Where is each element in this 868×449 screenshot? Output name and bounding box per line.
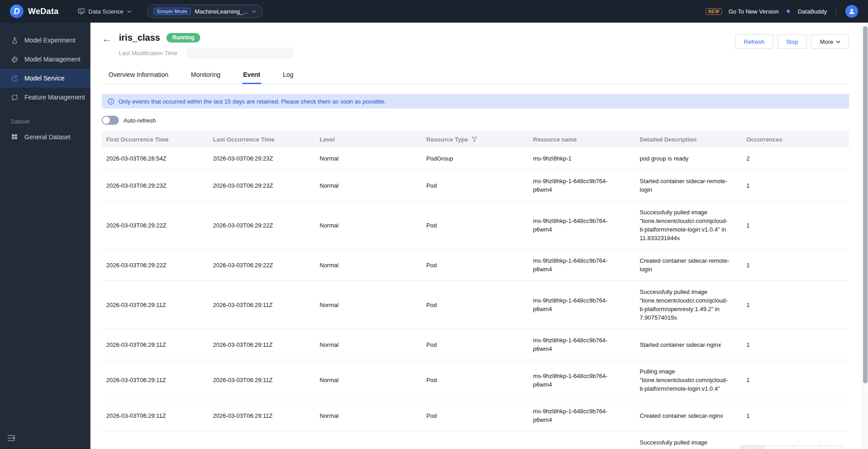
cell-occurrences: 1 (742, 334, 849, 356)
experiment-flask-icon (11, 37, 19, 44)
table-row: 2026-03-03T06:29:11Z2026-03-03T06:29:11Z… (102, 329, 849, 360)
cell-level: Normal (315, 369, 422, 391)
column-header-last-occurrence: Last Occurrence Time (208, 136, 315, 143)
brand-name: WeData (28, 7, 59, 16)
grid-icon (11, 133, 19, 141)
table-row: 2026-03-03T06:26:54Z2026-03-03T06:29:23Z… (102, 147, 849, 170)
cell-first-occurrence-time: 2026-03-03T06:29:22Z (102, 254, 208, 276)
cell-resource-type: Pod (422, 405, 528, 427)
sidebar-item-model-service[interactable]: Model Service (0, 69, 90, 88)
cell-level: Normal (315, 254, 422, 276)
table-row: 2026-03-03T06:29:22Z2026-03-03T06:29:22Z… (102, 201, 849, 250)
retention-info-banner: Only events that occurred within the las… (102, 94, 849, 109)
top-bar: D WeData Data Science Simple Mode Machin… (0, 0, 868, 23)
cell-resource-type: Pod (422, 369, 528, 391)
banner-text: Only events that occurred within the las… (118, 98, 386, 105)
pagination-prev-button[interactable] (741, 445, 753, 449)
last-modification-label: Last Modification Time (119, 50, 177, 57)
column-header-level: Level (315, 136, 422, 143)
cell-first-occurrence-time: 2026-03-03T06:29:11Z (102, 334, 208, 356)
sidebar-item-label: General Dataset (24, 133, 71, 141)
scrollbar-thumb[interactable] (863, 26, 868, 383)
table-header-row: First Occurrence Time Last Occurrence Ti… (102, 131, 849, 147)
mode-badge: Simple Mode (154, 8, 191, 15)
event-table: First Occurrence Time Last Occurrence Ti… (102, 131, 849, 449)
cell-detailed-description: Successfully pulled image "tione.tencent… (635, 281, 742, 329)
more-button[interactable]: More (811, 34, 849, 49)
sidebar-item-label: Model Experiment (24, 37, 75, 44)
sidebar-section-dataset: Dataset (11, 118, 90, 125)
pagination-size-select[interactable] (793, 445, 821, 449)
tab-monitoring[interactable]: Monitoring (190, 67, 221, 84)
go-to-new-version-link[interactable]: Go To New Version (728, 8, 778, 15)
cell-last-occurrence-time: 2026-03-03T06:29:23Z (208, 175, 315, 197)
back-button[interactable]: ← (102, 33, 119, 58)
cell-detailed-description: Started container sidecar-nginx (635, 334, 742, 356)
cell-occurrences: 1 (742, 214, 849, 236)
cell-level: Normal (315, 334, 422, 356)
cell-level: Normal (315, 147, 422, 170)
table-row: 2026-03-03T06:29:11Z2026-03-03T06:29:11Z… (102, 400, 849, 431)
page-title: iris_class (119, 33, 160, 43)
page-header: ← iris_class Running Last Modification T… (102, 23, 849, 58)
refresh-button[interactable]: Refresh (735, 34, 773, 49)
filter-funnel-icon[interactable] (472, 137, 477, 142)
auto-refresh-toggle[interactable] (102, 116, 119, 125)
databuddy-link[interactable]: DataBuddy (798, 8, 827, 15)
cell-detailed-description: Started container sidecar-remote-login (635, 170, 742, 201)
tab-bar: Overview Information Monitoring Event Lo… (102, 67, 849, 84)
vertical-scrollbar[interactable] (862, 23, 868, 449)
sidebar-item-label: Model Management (24, 56, 80, 63)
cell-resource-type: Pod (422, 334, 528, 356)
cell-resource-name: ms-9hzl8hkp-1-648cc9b764-p6wm4 (528, 329, 635, 360)
cell-level: Normal (315, 175, 422, 197)
pagination-next-button[interactable] (820, 445, 832, 449)
user-avatar[interactable] (845, 5, 858, 18)
person-icon (848, 8, 855, 15)
column-header-occurrences: Occurrences (742, 136, 849, 143)
table-row: 2026-03-03T06:29:11Z2026-03-03T06:29:11Z… (102, 281, 849, 329)
cell-level: Normal (315, 444, 422, 449)
new-badge: NEW (706, 8, 722, 15)
tab-log[interactable]: Log (282, 67, 294, 84)
cell-resource-type: Pod (422, 294, 528, 316)
cell-level: Normal (315, 214, 422, 236)
table-body: 2026-03-03T06:26:54Z2026-03-03T06:29:23Z… (102, 147, 849, 449)
redacted-timestamp (187, 47, 293, 58)
cell-detailed-description: Successfully pulled image "tione.tencent… (635, 201, 742, 249)
auto-refresh-label: Auto-refresh (123, 117, 156, 124)
pagination-last-button[interactable] (831, 445, 843, 449)
cell-detailed-description: pod group is ready (635, 147, 742, 170)
tab-overview-information[interactable]: Overview Information (108, 67, 169, 84)
sidebar-item-model-experiment[interactable]: Model Experiment (0, 31, 90, 50)
table-row: 2026-03-03T06:29:22Z2026-03-03T06:29:22Z… (102, 250, 849, 281)
stop-button[interactable]: Stop (778, 34, 807, 49)
cell-occurrences: 1 (742, 294, 849, 316)
cell-first-occurrence-time: 2026-03-03T06:29:22Z (102, 214, 208, 236)
cell-last-occurrence-time: 2026-03-03T06:29:11Z (208, 294, 315, 316)
sidebar-item-feature-management[interactable]: Feature Management (0, 88, 90, 107)
product-menu-data-science[interactable]: Data Science (78, 8, 132, 15)
wedata-logo-icon: D (10, 5, 24, 18)
more-button-label: More (820, 38, 833, 45)
databuddy-icon: ✦ (785, 8, 791, 15)
column-header-resource-name: Resource name (528, 136, 635, 143)
cell-resource-name: ms-9hzl8hkp-1-648cc9b764-p6wm4 (528, 170, 635, 201)
sidebar-item-general-dataset[interactable]: General Dataset (0, 128, 90, 147)
tab-event[interactable]: Event (242, 67, 261, 84)
column-header-detailed-description: Detailed Description (635, 136, 742, 143)
pagination-page-button[interactable] (752, 445, 764, 449)
sidebar-item-label: Model Service (24, 75, 65, 82)
pagination-page-input[interactable] (764, 445, 793, 449)
status-badge: Running (166, 33, 200, 42)
cell-last-occurrence-time: 2026-03-03T06:29:23Z (208, 147, 315, 170)
sidebar-item-model-management[interactable]: Model Management (0, 50, 90, 69)
cell-first-occurrence-time: 2026-03-03T06:29:11Z (102, 369, 208, 391)
project-selector[interactable]: Simple Mode MachineLearning_... (147, 5, 264, 18)
cell-resource-name: ms-9hzl8hkp-1-648cc9b764-p6wm4 (528, 289, 635, 320)
cell-last-occurrence-time: 2026-03-03T06:29:22Z (208, 214, 315, 236)
product-menu-label: Data Science (89, 8, 123, 15)
cell-detailed-description: Successfully pulled image "ccr.ccs.tence… (635, 431, 742, 449)
cell-level: Normal (315, 294, 422, 316)
sidebar-collapse-button[interactable] (7, 435, 15, 443)
